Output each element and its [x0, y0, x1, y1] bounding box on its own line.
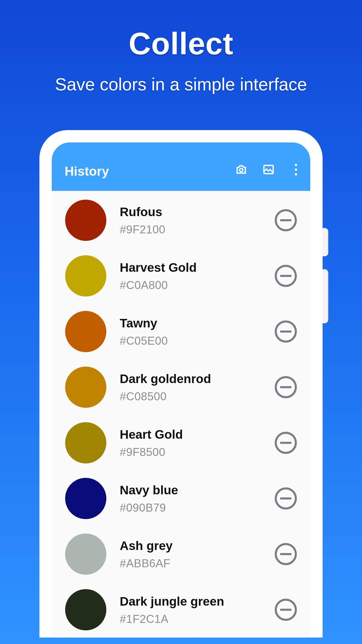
promo-page: Collect Save colors in a simple interfac…	[0, 0, 362, 644]
color-name: Navy blue	[120, 483, 261, 497]
color-name: Dark jungle green	[120, 594, 261, 608]
color-name: Harvest Gold	[120, 260, 261, 275]
list-item[interactable]: Heart Gold#9F8500	[52, 415, 310, 471]
color-hex: #9F2100	[120, 223, 261, 236]
phone-side-button	[323, 269, 328, 323]
minus-icon	[280, 553, 291, 555]
color-swatch	[65, 200, 106, 241]
minus-icon	[280, 275, 291, 277]
phone-mockup: History Rufous#9F2100Harvest Gold#C0A	[39, 130, 323, 638]
color-hex: #C0A800	[120, 279, 261, 292]
remove-button[interactable]	[275, 432, 297, 454]
hero: Collect Save colors in a simple interfac…	[0, 0, 362, 94]
list-item[interactable]: Ash grey#ABB6AF	[52, 526, 310, 582]
color-name: Rufous	[120, 205, 261, 219]
appbar-actions	[235, 157, 303, 176]
remove-button[interactable]	[275, 209, 297, 231]
row-text: Harvest Gold#C0A800	[120, 260, 261, 292]
color-hex: #ABB6AF	[120, 557, 261, 570]
color-name: Heart Gold	[120, 427, 261, 442]
color-name: Tawny	[120, 316, 261, 330]
color-swatch	[65, 255, 106, 296]
screen: History Rufous#9F2100Harvest Gold#C0A	[52, 142, 310, 638]
row-text: Rufous#9F2100	[120, 205, 261, 236]
row-text: Dark jungle green#1F2C1A	[120, 594, 261, 625]
remove-button[interactable]	[275, 265, 297, 287]
row-text: Navy blue#090B79	[120, 483, 261, 514]
remove-button[interactable]	[275, 543, 297, 565]
minus-icon	[280, 331, 291, 333]
color-hex: #9F8500	[120, 446, 261, 459]
minus-icon	[280, 442, 291, 444]
hero-title: Collect	[0, 26, 362, 61]
list-item[interactable]: Dark goldenrod#C08500	[52, 359, 310, 415]
list-item[interactable]: Dark jungle green#1F2C1A	[52, 582, 310, 638]
image-icon[interactable]	[262, 163, 275, 176]
phone-body: History Rufous#9F2100Harvest Gold#C0A	[39, 130, 323, 638]
app-bar: History	[52, 142, 310, 191]
remove-button[interactable]	[275, 487, 297, 510]
list-item[interactable]: Harvest Gold#C0A800	[52, 248, 310, 304]
appbar-title: History	[65, 155, 235, 179]
row-text: Heart Gold#9F8500	[120, 427, 261, 459]
remove-button[interactable]	[275, 376, 297, 398]
row-text: Dark goldenrod#C08500	[120, 372, 261, 403]
color-swatch	[65, 478, 106, 519]
color-name: Dark goldenrod	[120, 372, 261, 386]
camera-icon[interactable]	[235, 163, 248, 176]
color-hex: #C08500	[120, 390, 261, 403]
color-swatch	[65, 311, 106, 352]
list-item[interactable]: Rufous#9F2100	[52, 192, 310, 248]
color-swatch	[65, 367, 106, 408]
hero-subtitle: Save colors in a simple interface	[0, 74, 362, 94]
color-swatch	[65, 589, 106, 630]
minus-icon	[280, 609, 291, 611]
remove-button[interactable]	[275, 320, 297, 343]
minus-icon	[280, 219, 291, 221]
phone-side-button	[323, 228, 328, 256]
color-name: Ash grey	[120, 539, 261, 553]
list-item[interactable]: Tawny#C05E00	[52, 304, 310, 359]
minus-icon	[280, 386, 291, 388]
svg-point-0	[240, 168, 243, 172]
color-hex: #1F2C1A	[120, 613, 261, 625]
color-hex: #C05E00	[120, 334, 261, 347]
more-icon[interactable]	[289, 163, 303, 176]
list-item[interactable]: Navy blue#090B79	[52, 471, 310, 526]
row-text: Tawny#C05E00	[120, 316, 261, 347]
remove-button[interactable]	[275, 599, 297, 621]
color-swatch	[65, 422, 106, 463]
color-list: Rufous#9F2100Harvest Gold#C0A800Tawny#C0…	[52, 191, 310, 638]
row-text: Ash grey#ABB6AF	[120, 539, 261, 570]
color-hex: #090B79	[120, 501, 261, 514]
minus-icon	[280, 497, 291, 499]
color-swatch	[65, 533, 106, 575]
